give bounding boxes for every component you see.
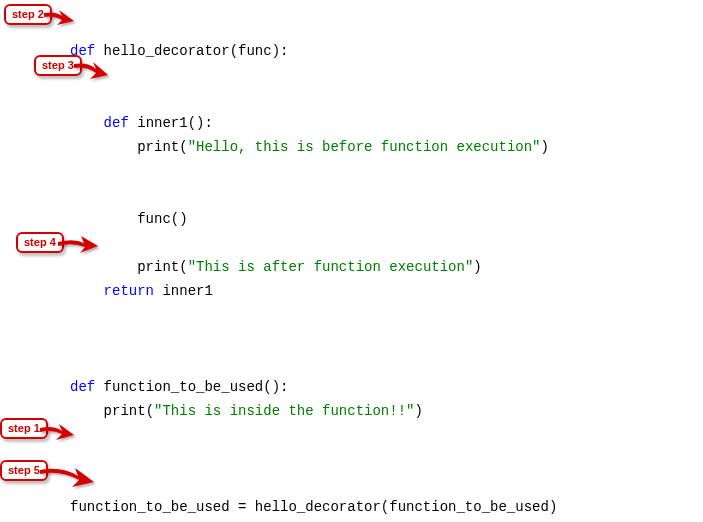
paren-close: )	[473, 259, 481, 275]
paren-open: (	[179, 139, 187, 155]
func-decl: inner1():	[129, 115, 213, 131]
keyword-def: def	[104, 115, 129, 131]
paren-close: )	[541, 139, 549, 155]
string-literal: "This is inside the function!!"	[154, 403, 414, 419]
step-4-arrow-icon	[56, 232, 100, 256]
assign-line: function_to_be_used = hello_decorator(fu…	[70, 499, 557, 515]
call-print: print	[137, 139, 179, 155]
string-literal: "Hello, this is before function executio…	[188, 139, 541, 155]
call-func: func()	[137, 211, 187, 227]
paren-close: )	[414, 403, 422, 419]
step-1-arrow-icon	[38, 420, 76, 444]
call-print: print	[104, 403, 146, 419]
code-block: def hello_decorator(func): def inner1():…	[70, 15, 557, 522]
func-decl: hello_decorator(func):	[95, 43, 288, 59]
string-literal: "This is after function execution"	[188, 259, 474, 275]
step-5-arrow-icon	[38, 462, 98, 490]
keyword-def: def	[70, 379, 95, 395]
call-print: print	[137, 259, 179, 275]
return-name: inner1	[154, 283, 213, 299]
paren-open: (	[146, 403, 154, 419]
keyword-return: return	[104, 283, 154, 299]
step-2-arrow-icon	[42, 7, 76, 29]
func-decl: function_to_be_used():	[95, 379, 288, 395]
paren-open: (	[179, 259, 187, 275]
step-3-arrow-icon	[72, 58, 110, 84]
